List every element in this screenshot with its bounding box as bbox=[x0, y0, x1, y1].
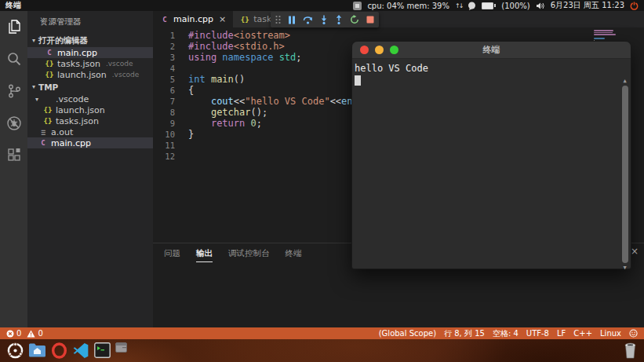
topbar-indicators: cpu: 04% mem: 39% ↑↓ (100%) 6月23日 周五 11:… bbox=[353, 0, 639, 11]
line-number[interactable]: 5 bbox=[153, 74, 188, 85]
code-text: using namespace std; bbox=[188, 52, 302, 63]
line-number[interactable]: 10 bbox=[153, 129, 188, 140]
line-number[interactable]: 12 bbox=[153, 151, 188, 162]
network-traffic-icon[interactable]: ↑↓ bbox=[455, 2, 462, 9]
line-number[interactable]: 4 bbox=[153, 63, 188, 74]
activity-bar bbox=[0, 11, 27, 327]
activity-item-source-control[interactable] bbox=[0, 81, 27, 101]
terminal-output-area[interactable]: hello VS Code ▲ ▼ bbox=[352, 59, 631, 273]
feedback-smiley-icon[interactable] bbox=[629, 329, 638, 338]
file-item-launch.json[interactable]: {} launch.json .vscode bbox=[27, 69, 153, 80]
file-tree: ▾ .vscode {} launch.json {} tasks.json ≡… bbox=[27, 93, 153, 148]
line-number[interactable]: 7 bbox=[153, 96, 188, 107]
tab-label: main.cpp bbox=[173, 14, 213, 24]
terminal-app-icon[interactable] bbox=[94, 342, 111, 358]
line-number[interactable]: 9 bbox=[153, 118, 188, 129]
vscode-icon[interactable] bbox=[72, 342, 89, 359]
line-number[interactable]: 11 bbox=[153, 140, 188, 151]
notification-bubble-icon[interactable] bbox=[468, 2, 476, 10]
error-count: 0 bbox=[16, 329, 21, 338]
status-encoding[interactable]: UTF-8 bbox=[526, 329, 549, 338]
minimap-line bbox=[594, 32, 613, 34]
file-item-main.cpp[interactable]: C main.cpp bbox=[27, 137, 153, 148]
scroll-up-icon[interactable]: ▲ bbox=[623, 78, 626, 84]
debug-step-into-button[interactable] bbox=[320, 15, 328, 24]
status-eol[interactable]: LF bbox=[557, 329, 566, 338]
scroll-down-icon[interactable]: ▼ bbox=[623, 265, 626, 271]
battery-icon[interactable] bbox=[482, 2, 496, 9]
tab-close-icon[interactable]: × bbox=[219, 14, 226, 24]
debug-restart-button[interactable] bbox=[350, 15, 359, 24]
input-method-icon[interactable] bbox=[353, 2, 362, 10]
tab-bar: C main.cpp × {} tasks.json bbox=[153, 11, 644, 27]
status-symbol-scope[interactable]: (Global Scope) bbox=[379, 329, 436, 338]
opera-browser-icon[interactable] bbox=[51, 342, 67, 359]
debug-step-over-button[interactable] bbox=[303, 15, 313, 24]
line-number[interactable]: 2 bbox=[153, 41, 188, 52]
maximize-window-button[interactable] bbox=[390, 46, 398, 54]
scrollbar-thumb[interactable] bbox=[622, 86, 628, 263]
debug-drag-handle[interactable] bbox=[275, 15, 281, 24]
file-item-.vscode[interactable]: ▾ .vscode bbox=[27, 93, 153, 104]
focused-app-title[interactable]: 终端 bbox=[5, 0, 21, 11]
sidebar-title: 资源管理器 bbox=[27, 11, 153, 34]
tab-main.cpp[interactable]: C main.cpp × bbox=[153, 11, 233, 27]
workspace-folder-header[interactable]: ▾ TMP bbox=[27, 80, 153, 93]
file-label: a.out bbox=[51, 127, 73, 137]
status-indentation[interactable]: 空格: 4 bbox=[493, 328, 518, 339]
desktop-wallpaper bbox=[0, 339, 644, 362]
clock[interactable]: 6月23日 周五 11:23 bbox=[551, 0, 624, 11]
terminal-scrollbar[interactable]: ▲ ▼ bbox=[620, 78, 629, 271]
code-text: { bbox=[188, 85, 194, 96]
minimap-line bbox=[594, 38, 605, 39]
activity-item-search[interactable] bbox=[0, 49, 27, 69]
gnome-topbar: 终端 cpu: 04% mem: 39% ↑↓ (100%) 6月23日 周五 … bbox=[0, 0, 644, 11]
problems-indicator[interactable]: 0 0 bbox=[6, 329, 43, 338]
panel-tab-调试控制台[interactable]: 调试控制台 bbox=[228, 248, 270, 262]
file-item-main.cpp[interactable]: C main.cpp bbox=[27, 47, 153, 58]
panel-tab-问题[interactable]: 问题 bbox=[164, 248, 180, 262]
open-editors-header[interactable]: ▾ 打开的编辑器 bbox=[27, 34, 153, 47]
code-line[interactable]: 1 #include<iostream> bbox=[153, 30, 644, 41]
trash-icon[interactable] bbox=[624, 342, 637, 359]
panel-tab-终端[interactable]: 终端 bbox=[286, 248, 302, 262]
panel-close-icon[interactable]: × bbox=[631, 247, 639, 255]
status-os[interactable]: Linux bbox=[600, 329, 621, 338]
line-number[interactable]: 1 bbox=[153, 30, 188, 41]
code-text: cout<<"hello VS Code"<<endl; bbox=[188, 96, 369, 107]
screen: 终端 cpu: 04% mem: 39% ↑↓ (100%) 6月23日 周五 … bbox=[0, 0, 644, 362]
minimize-window-button[interactable] bbox=[375, 46, 384, 54]
code-text: getchar(); bbox=[188, 107, 267, 118]
chevron-down-icon: ▾ bbox=[31, 83, 37, 90]
debug-step-out-button[interactable] bbox=[335, 15, 343, 24]
file-manager-icon[interactable] bbox=[28, 342, 46, 358]
file-item-a.out[interactable]: ≡ a.out bbox=[27, 126, 153, 137]
status-language-mode[interactable]: C++ bbox=[573, 329, 592, 338]
debug-stop-button[interactable] bbox=[366, 16, 374, 24]
open-editors-label: 打开的编辑器 bbox=[38, 35, 88, 46]
file-label: .vscode bbox=[56, 94, 89, 104]
status-cursor-position[interactable]: 行 8, 列 15 bbox=[444, 328, 485, 339]
activity-item-debug[interactable] bbox=[0, 113, 27, 133]
terminal-window[interactable]: 终端 hello VS Code ▲ ▼ bbox=[351, 41, 631, 269]
dock bbox=[7, 342, 127, 359]
panel-tab-输出[interactable]: 输出 bbox=[196, 248, 213, 262]
file-item-tasks.json[interactable]: {} tasks.json .vscode bbox=[27, 58, 153, 69]
activity-item-explorer[interactable] bbox=[0, 16, 27, 37]
volume-icon[interactable] bbox=[536, 2, 545, 10]
activity-item-extensions[interactable] bbox=[0, 145, 27, 166]
terminal-titlebar[interactable]: 终端 bbox=[352, 42, 631, 59]
ubuntu-launcher-icon[interactable] bbox=[7, 342, 24, 359]
battery-percent[interactable]: (100%) bbox=[501, 2, 529, 10]
line-number[interactable]: 8 bbox=[153, 107, 188, 118]
file-item-launch.json[interactable]: {} launch.json bbox=[27, 104, 153, 115]
debug-pause-button[interactable] bbox=[288, 16, 296, 24]
file-item-tasks.json[interactable]: {} tasks.json bbox=[27, 115, 153, 126]
line-number[interactable]: 6 bbox=[153, 85, 188, 96]
close-window-button[interactable] bbox=[360, 46, 369, 54]
cpu-mem-indicator[interactable]: cpu: 04% mem: 39% bbox=[367, 2, 449, 10]
window-thumbnail-icon[interactable] bbox=[115, 342, 127, 353]
line-number[interactable]: 3 bbox=[153, 52, 188, 63]
debug-toolbar bbox=[271, 12, 379, 27]
power-icon[interactable] bbox=[630, 2, 639, 10]
